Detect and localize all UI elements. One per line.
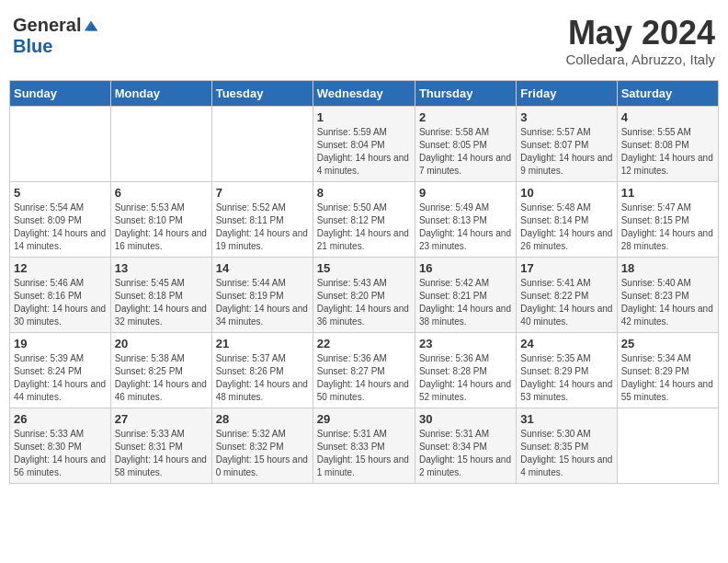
calendar-cell: 3Sunrise: 5:57 AM Sunset: 8:07 PM Daylig…	[517, 106, 617, 181]
day-info: Sunrise: 5:49 AM Sunset: 8:13 PM Dayligh…	[419, 201, 512, 253]
calendar-table: SundayMondayTuesdayWednesdayThursdayFrid…	[9, 80, 719, 484]
calendar-cell: 23Sunrise: 5:36 AM Sunset: 8:28 PM Dayli…	[415, 332, 516, 408]
calendar-cell: 18Sunrise: 5:40 AM Sunset: 8:23 PM Dayli…	[617, 257, 718, 332]
day-info: Sunrise: 5:45 AM Sunset: 8:18 PM Dayligh…	[115, 277, 208, 328]
day-number: 6	[115, 186, 208, 200]
day-info: Sunrise: 5:53 AM Sunset: 8:10 PM Dayligh…	[115, 201, 208, 253]
calendar-cell: 12Sunrise: 5:46 AM Sunset: 8:16 PM Dayli…	[10, 257, 111, 332]
calendar-cell: 14Sunrise: 5:44 AM Sunset: 8:19 PM Dayli…	[211, 257, 313, 332]
day-number: 21	[216, 337, 309, 350]
calendar-cell	[110, 106, 211, 181]
calendar-cell: 22Sunrise: 5:36 AM Sunset: 8:27 PM Dayli…	[313, 332, 415, 408]
calendar-cell: 16Sunrise: 5:42 AM Sunset: 8:21 PM Dayli…	[415, 257, 516, 332]
calendar-cell: 29Sunrise: 5:31 AM Sunset: 8:33 PM Dayli…	[313, 408, 415, 483]
calendar-week-1: 1Sunrise: 5:59 AM Sunset: 8:04 PM Daylig…	[10, 106, 719, 181]
logo: General Blue	[13, 15, 99, 57]
calendar-cell	[10, 106, 111, 181]
day-info: Sunrise: 5:58 AM Sunset: 8:05 PM Dayligh…	[419, 126, 512, 178]
day-number: 25	[621, 337, 714, 350]
day-number: 28	[216, 412, 309, 426]
day-number: 1	[317, 110, 411, 124]
day-number: 23	[419, 337, 512, 350]
day-number: 24	[520, 337, 612, 350]
day-info: Sunrise: 5:43 AM Sunset: 8:20 PM Dayligh…	[317, 277, 411, 328]
day-of-week-wednesday: Wednesday	[313, 80, 415, 106]
day-number: 2	[419, 110, 512, 124]
day-number: 16	[419, 261, 512, 275]
day-number: 4	[621, 110, 714, 124]
day-info: Sunrise: 5:38 AM Sunset: 8:25 PM Dayligh…	[115, 352, 208, 404]
day-number: 31	[520, 412, 612, 426]
day-of-week-tuesday: Tuesday	[211, 80, 313, 106]
calendar-cell: 8Sunrise: 5:50 AM Sunset: 8:12 PM Daylig…	[313, 181, 415, 257]
day-of-week-monday: Monday	[110, 80, 211, 106]
day-info: Sunrise: 5:48 AM Sunset: 8:14 PM Dayligh…	[520, 201, 612, 253]
calendar-cell: 31Sunrise: 5:30 AM Sunset: 8:35 PM Dayli…	[517, 408, 617, 483]
location-text: Colledara, Abruzzo, Italy	[565, 52, 715, 67]
logo-icon	[83, 17, 99, 34]
day-of-week-sunday: Sunday	[10, 80, 111, 106]
day-number: 18	[621, 261, 714, 275]
calendar-cell: 21Sunrise: 5:37 AM Sunset: 8:26 PM Dayli…	[211, 332, 313, 408]
day-number: 15	[317, 261, 411, 275]
day-info: Sunrise: 5:55 AM Sunset: 8:08 PM Dayligh…	[621, 126, 714, 178]
day-info: Sunrise: 5:57 AM Sunset: 8:07 PM Dayligh…	[520, 126, 612, 178]
day-of-week-saturday: Saturday	[617, 80, 718, 106]
calendar-cell: 7Sunrise: 5:52 AM Sunset: 8:11 PM Daylig…	[211, 181, 313, 257]
calendar-cell: 20Sunrise: 5:38 AM Sunset: 8:25 PM Dayli…	[110, 332, 211, 408]
day-number: 3	[520, 110, 612, 124]
calendar-cell: 6Sunrise: 5:53 AM Sunset: 8:10 PM Daylig…	[110, 181, 211, 257]
day-info: Sunrise: 5:40 AM Sunset: 8:23 PM Dayligh…	[621, 277, 714, 328]
calendar-cell: 24Sunrise: 5:35 AM Sunset: 8:29 PM Dayli…	[517, 332, 617, 408]
day-info: Sunrise: 5:33 AM Sunset: 8:31 PM Dayligh…	[115, 428, 208, 479]
day-number: 30	[419, 412, 512, 426]
day-of-week-thursday: Thursday	[415, 80, 516, 106]
day-number: 8	[317, 186, 411, 200]
day-info: Sunrise: 5:32 AM Sunset: 8:32 PM Dayligh…	[216, 428, 309, 479]
day-number: 19	[14, 337, 107, 350]
day-number: 17	[520, 261, 612, 275]
calendar-cell	[617, 408, 718, 483]
calendar-cell: 28Sunrise: 5:32 AM Sunset: 8:32 PM Dayli…	[211, 408, 313, 483]
day-number: 7	[216, 186, 309, 200]
day-info: Sunrise: 5:41 AM Sunset: 8:22 PM Dayligh…	[520, 277, 612, 328]
day-number: 27	[115, 412, 208, 426]
calendar-week-4: 19Sunrise: 5:39 AM Sunset: 8:24 PM Dayli…	[10, 332, 719, 408]
day-info: Sunrise: 5:35 AM Sunset: 8:29 PM Dayligh…	[520, 352, 612, 404]
logo-blue-text: Blue	[13, 36, 52, 57]
day-number: 10	[520, 186, 612, 200]
day-number: 5	[14, 186, 107, 200]
calendar-cell	[211, 106, 313, 181]
day-info: Sunrise: 5:33 AM Sunset: 8:30 PM Dayligh…	[14, 428, 107, 479]
calendar-cell: 1Sunrise: 5:59 AM Sunset: 8:04 PM Daylig…	[313, 106, 415, 181]
day-number: 9	[419, 186, 512, 200]
day-of-week-friday: Friday	[517, 80, 617, 106]
calendar-header-row: SundayMondayTuesdayWednesdayThursdayFrid…	[10, 80, 719, 106]
day-info: Sunrise: 5:54 AM Sunset: 8:09 PM Dayligh…	[14, 201, 107, 253]
calendar-week-2: 5Sunrise: 5:54 AM Sunset: 8:09 PM Daylig…	[10, 181, 719, 257]
day-number: 20	[115, 337, 208, 350]
day-info: Sunrise: 5:37 AM Sunset: 8:26 PM Dayligh…	[216, 352, 309, 404]
calendar-cell: 5Sunrise: 5:54 AM Sunset: 8:09 PM Daylig…	[10, 181, 111, 257]
day-info: Sunrise: 5:31 AM Sunset: 8:33 PM Dayligh…	[317, 428, 411, 479]
calendar-cell: 9Sunrise: 5:49 AM Sunset: 8:13 PM Daylig…	[415, 181, 516, 257]
day-info: Sunrise: 5:59 AM Sunset: 8:04 PM Dayligh…	[317, 126, 411, 178]
day-number: 29	[317, 412, 411, 426]
calendar-cell: 30Sunrise: 5:31 AM Sunset: 8:34 PM Dayli…	[415, 408, 516, 483]
calendar-cell: 27Sunrise: 5:33 AM Sunset: 8:31 PM Dayli…	[110, 408, 211, 483]
calendar-week-3: 12Sunrise: 5:46 AM Sunset: 8:16 PM Dayli…	[10, 257, 719, 332]
calendar-cell: 25Sunrise: 5:34 AM Sunset: 8:29 PM Dayli…	[617, 332, 718, 408]
calendar-cell: 26Sunrise: 5:33 AM Sunset: 8:30 PM Dayli…	[10, 408, 111, 483]
day-info: Sunrise: 5:30 AM Sunset: 8:35 PM Dayligh…	[520, 428, 612, 479]
calendar-cell: 15Sunrise: 5:43 AM Sunset: 8:20 PM Dayli…	[313, 257, 415, 332]
month-title: May 2024	[565, 15, 715, 52]
calendar-cell: 11Sunrise: 5:47 AM Sunset: 8:15 PM Dayli…	[617, 181, 718, 257]
title-area: May 2024 Colledara, Abruzzo, Italy	[565, 15, 715, 67]
day-number: 12	[14, 261, 107, 275]
day-info: Sunrise: 5:50 AM Sunset: 8:12 PM Dayligh…	[317, 201, 411, 253]
day-info: Sunrise: 5:31 AM Sunset: 8:34 PM Dayligh…	[419, 428, 512, 479]
day-number: 26	[14, 412, 107, 426]
day-number: 11	[621, 186, 714, 200]
calendar-cell: 13Sunrise: 5:45 AM Sunset: 8:18 PM Dayli…	[110, 257, 211, 332]
calendar-cell: 2Sunrise: 5:58 AM Sunset: 8:05 PM Daylig…	[415, 106, 516, 181]
